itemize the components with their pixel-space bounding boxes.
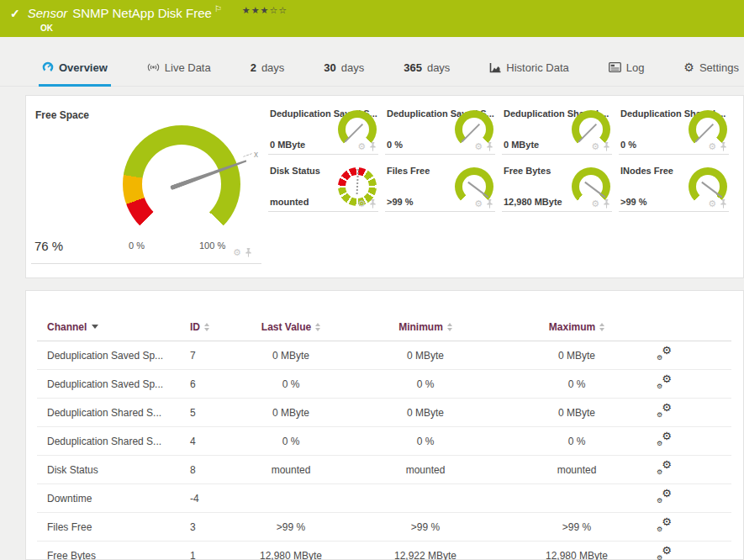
tab-label: days xyxy=(261,61,284,74)
maximum-value: 0 % xyxy=(509,370,644,399)
channel-gauges-grid: Deduplication Saved S... 0 MByte ⚙ Dedup… xyxy=(268,107,729,212)
pin-icon[interactable] xyxy=(369,199,377,209)
column-header-id[interactable]: ID xyxy=(180,316,240,341)
gear-icon[interactable]: ⚙ xyxy=(357,199,366,209)
gauge-panel-inodes-free[interactable]: INodes Free >99 % ⚙ xyxy=(619,164,729,212)
channel-id: -4 xyxy=(180,484,240,513)
tab-30-days[interactable]: 30 days xyxy=(322,49,366,86)
column-label: Maximum xyxy=(549,321,595,333)
gauge-panel-dedup-saved-percent[interactable]: Deduplication Saved S... 0 % ⚙ xyxy=(385,107,495,155)
minimum-value: mounted xyxy=(341,456,509,484)
status-badge: OK xyxy=(40,24,53,33)
gear-icon[interactable]: ⚙ xyxy=(474,199,483,209)
gear-icon: ⚙ xyxy=(683,61,694,73)
gear-icon[interactable]: ⚙ xyxy=(233,248,241,257)
channel-name: Disk Status xyxy=(37,456,180,484)
pin-icon[interactable] xyxy=(369,142,377,151)
free-space-gauge[interactable] xyxy=(123,125,240,243)
gear-icon: ⚙ xyxy=(662,345,672,356)
tab-overview[interactable]: Overview xyxy=(40,49,109,86)
column-header-minimum[interactable]: Minimum xyxy=(341,316,509,341)
channel-settings-icon[interactable]: ⚙⚙ xyxy=(657,519,672,532)
column-label: Last Value xyxy=(261,321,311,333)
gear-icon[interactable]: ⚙ xyxy=(474,142,483,151)
gauge-panel-disk-status[interactable]: Disk Status mounted ⚙ xyxy=(268,164,378,212)
table-row: Disk Status 8 mounted mounted mounted ⚙⚙ xyxy=(37,456,731,484)
tab-historic-data[interactable]: Historic Data xyxy=(488,49,570,86)
gauge-panel-dedup-saved-bytes[interactable]: Deduplication Saved S... 0 MByte ⚙ xyxy=(268,107,378,155)
gear-icon: ⚙ xyxy=(657,355,662,362)
gear-icon[interactable]: ⚙ xyxy=(591,199,599,209)
channel-settings-icon[interactable]: ⚙⚙ xyxy=(657,347,672,361)
last-value: 12,980 MByte xyxy=(240,542,341,560)
gauge-value: >99 % xyxy=(387,197,414,207)
gear-icon: ⚙ xyxy=(662,373,672,384)
tab-365-days[interactable]: 365 days xyxy=(402,49,451,86)
channel-settings-icon[interactable]: ⚙⚙ xyxy=(657,462,672,475)
gauge-panel-dedup-shared-percent[interactable]: Deduplication Shared ... 0 % ⚙ xyxy=(619,107,729,155)
channel-name: Files Free xyxy=(37,513,180,542)
table-row: Deduplication Saved Sp... 7 0 MByte 0 MB… xyxy=(37,341,731,370)
pin-icon[interactable] xyxy=(720,142,727,151)
gear-icon[interactable]: ⚙ xyxy=(708,199,716,209)
gear-icon[interactable]: ⚙ xyxy=(357,142,366,151)
last-value: 0 MByte xyxy=(240,399,341,427)
channel-settings-icon[interactable]: ⚙⚙ xyxy=(657,433,672,446)
flag-icon[interactable]: ⚐ xyxy=(214,4,222,13)
gear-icon: ⚙ xyxy=(657,441,662,447)
gauge-panel-free-bytes[interactable]: Free Bytes 12,980 MByte ⚙ xyxy=(502,164,612,212)
sort-icon xyxy=(204,323,209,331)
gear-icon[interactable]: ⚙ xyxy=(591,142,599,151)
minimum-value: 0 MByte xyxy=(341,341,509,370)
divider xyxy=(31,263,261,264)
gauge-value: 12,980 MByte xyxy=(504,197,562,207)
channel-settings-icon[interactable]: ⚙⚙ xyxy=(657,547,672,560)
tab-label: Live Data xyxy=(165,61,211,74)
pin-icon[interactable] xyxy=(720,199,727,209)
maximum-value: 12,980 MByte xyxy=(509,542,644,560)
channel-name: Free Bytes xyxy=(37,542,180,560)
channel-settings-icon[interactable]: ⚙⚙ xyxy=(657,404,672,418)
sort-icon xyxy=(599,323,604,331)
column-header-last-value[interactable]: Last Value xyxy=(240,316,341,341)
channel-name: Deduplication Shared S... xyxy=(37,399,180,427)
minimum-value: 0 % xyxy=(341,427,509,456)
pin-icon[interactable] xyxy=(245,248,252,257)
tab-label: Log xyxy=(626,61,645,74)
gear-icon: ⚙ xyxy=(662,402,672,413)
channel-name: Deduplication Shared S... xyxy=(37,427,180,456)
gauge-actions: ⚙ xyxy=(474,142,493,151)
tab-label: days xyxy=(341,61,364,74)
gauge-value: 0 % xyxy=(620,140,636,150)
pin-icon[interactable] xyxy=(603,199,610,209)
gauge-scale-max: 100 % xyxy=(199,240,225,251)
sensor-overview-page: ✓ Sensor SNMP NetApp Disk Free ⚐ ★★★☆☆ O… xyxy=(0,0,744,560)
tab-settings[interactable]: ⚙ Settings xyxy=(682,49,741,86)
table-row: Free Bytes 1 12,980 MByte 12,922 MByte 1… xyxy=(37,542,731,560)
gear-icon: ⚙ xyxy=(657,383,662,390)
pin-icon[interactable] xyxy=(486,142,493,151)
maximum-value: 0 MByte xyxy=(509,341,644,370)
pin-icon[interactable] xyxy=(486,199,493,209)
gear-icon[interactable]: ⚙ xyxy=(708,142,716,151)
gauge-panel-dedup-shared-bytes[interactable]: Deduplication Shared ... 0 MByte ⚙ xyxy=(502,107,612,155)
channel-settings-icon[interactable]: ⚙⚙ xyxy=(657,376,672,389)
gauge-actions: ⚙ xyxy=(233,248,252,257)
column-label: ID xyxy=(190,321,200,333)
gauge-panel-files-free[interactable]: Files Free >99 % ⚙ xyxy=(385,164,495,212)
column-header-channel[interactable]: Channel xyxy=(37,316,180,341)
table-row: Downtime -4 ⚙⚙ xyxy=(37,484,731,513)
tab-live-data[interactable]: Live Data xyxy=(145,49,213,86)
sensor-kind-label: Sensor xyxy=(28,6,68,20)
column-header-maximum[interactable]: Maximum xyxy=(509,316,644,341)
pin-icon[interactable] xyxy=(603,142,610,151)
gear-icon: ⚙ xyxy=(662,431,672,441)
priority-stars[interactable]: ★★★☆☆ xyxy=(242,5,288,16)
channel-settings-icon[interactable]: ⚙⚙ xyxy=(657,490,672,504)
tab-log[interactable]: Log xyxy=(607,49,646,86)
broadcast-icon xyxy=(147,62,160,72)
column-label: Channel xyxy=(47,321,87,333)
gauge-value: 0 % xyxy=(387,140,403,150)
gauge-value: 0 MByte xyxy=(270,140,305,150)
tab-2-days[interactable]: 2 days xyxy=(249,49,287,86)
